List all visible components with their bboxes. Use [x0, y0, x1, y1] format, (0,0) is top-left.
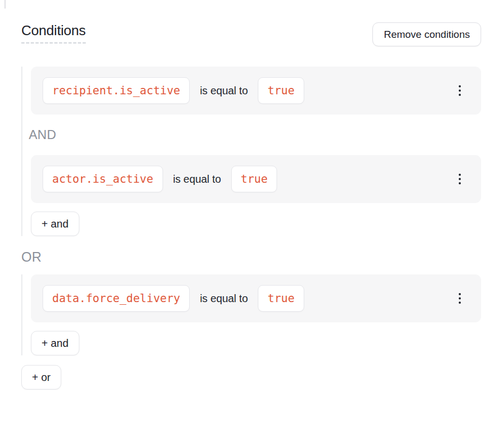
kebab-menu-icon[interactable]	[454, 290, 466, 307]
condition-expression: recipient.is_active is equal to true	[43, 77, 304, 104]
left-edge-artifact	[4, 0, 6, 9]
condition-group-1: recipient.is_active is equal to true AND…	[21, 67, 481, 236]
variable-token[interactable]: data.force_delivery	[43, 285, 190, 312]
kebab-menu-icon[interactable]	[454, 82, 466, 100]
condition-expression: data.force_delivery is equal to true	[43, 285, 304, 312]
add-and-button[interactable]: + and	[31, 212, 79, 236]
condition-row: data.force_delivery is equal to true	[31, 274, 481, 322]
conditions-panel: Conditions Remove conditions recipient.i…	[0, 0, 504, 422]
condition-group-2: data.force_delivery is equal to true + a…	[21, 274, 481, 355]
condition-expression: actor.is_active is equal to true	[43, 166, 277, 192]
and-joiner-label: AND	[29, 127, 481, 143]
value-token[interactable]: true	[258, 77, 304, 104]
variable-token[interactable]: actor.is_active	[43, 166, 163, 192]
page-title: Conditions	[21, 22, 86, 44]
condition-row: recipient.is_active is equal to true	[31, 67, 481, 115]
variable-token[interactable]: recipient.is_active	[43, 77, 190, 104]
operator-label: is equal to	[200, 85, 248, 97]
panel-header: Conditions Remove conditions	[21, 22, 481, 46]
value-token[interactable]: true	[231, 166, 278, 192]
kebab-menu-icon[interactable]	[454, 171, 466, 188]
add-or-button[interactable]: + or	[21, 365, 61, 389]
condition-row: actor.is_active is equal to true	[31, 155, 481, 203]
or-joiner-label: OR	[21, 249, 481, 265]
remove-conditions-button[interactable]: Remove conditions	[372, 22, 481, 46]
add-and-button[interactable]: + and	[31, 331, 79, 355]
value-token[interactable]: true	[258, 285, 304, 312]
operator-label: is equal to	[200, 293, 248, 305]
operator-label: is equal to	[173, 173, 221, 185]
